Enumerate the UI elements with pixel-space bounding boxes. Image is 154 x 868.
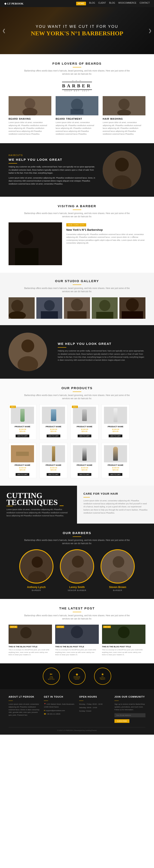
service2-text: Lorem ipsum dolor sit amet, consectetur … (56, 121, 98, 136)
barber2-name: Lenny Smith (60, 586, 94, 589)
nav-home[interactable]: Home (76, 2, 86, 5)
techniques-title2: TECHNIQUES _ (6, 499, 70, 506)
latest-section: THE LATEST POST Barbershop offers world-… (0, 599, 154, 663)
footer-email-input[interactable] (115, 713, 146, 717)
svg-point-4 (71, 99, 83, 111)
gallery-item-3[interactable] (64, 297, 90, 319)
barber-2: Lenny Smith SENIOR BARBER (60, 549, 94, 591)
hero-prev-arrow[interactable]: ❮ (2, 28, 6, 33)
product8-price: $25.00 (104, 469, 127, 471)
product7-cart-btn[interactable]: Add to cart (78, 473, 91, 476)
latest-title: THE LATEST POST (8, 607, 146, 610)
svg-point-26 (99, 300, 111, 311)
post2-img: OCT 23 (55, 625, 99, 644)
service-beard-treatment: BEARD TREATMENT Lorem ipsum dolor sit am… (56, 96, 98, 136)
haircuts-title: WE HELP YOU LOOK GREAT (8, 158, 96, 161)
barber3-role: BARBER (100, 589, 135, 591)
footer-email: ✉ support@perooktest.com (44, 709, 75, 712)
product5-cart-btn[interactable]: Add to cart (16, 473, 29, 476)
product6-price: $25.00 (42, 469, 65, 471)
product3-cart-btn[interactable]: Add to cart (78, 435, 91, 437)
product3-name: PRODUCT NAME (73, 426, 96, 428)
post1-text: This is a excerpt of a WordPress post, y… (8, 649, 52, 656)
nav-woo[interactable]: WooCommerce (118, 2, 136, 5)
post2-text: This is a excerpt of a WordPress post, y… (55, 649, 99, 656)
nav-blog2[interactable]: Blog (109, 2, 115, 5)
gallery-subtitle: Barbershop offers world-class men's hair… (24, 287, 130, 293)
gallery-item-1[interactable] (8, 297, 35, 319)
subscribe-button[interactable]: SUBSCRIBE (115, 719, 129, 723)
svg-point-29 (126, 299, 139, 311)
logo[interactable]: ◆ LT PEROOK (4, 2, 24, 5)
product4-name: PRODUCT NAME (104, 426, 127, 428)
help-text: Helping any customer we prefer really, c… (58, 349, 146, 362)
gallery-item-2[interactable] (36, 297, 62, 319)
footer-touch: GET IN TOUCH 📍 1101 Market Street, Suite… (44, 695, 75, 723)
nav-client[interactable]: Client (98, 2, 106, 5)
latest-subtitle: Barbershop offers world-class men's hair… (24, 614, 130, 620)
hero-next-arrow[interactable]: ❯ (148, 28, 152, 33)
stamp-2: ◈ PEROOK BARBER SHOP (68, 668, 86, 685)
post-1: OCT 23 THIS IS THE BLOG POST TITLE This … (8, 625, 52, 656)
post3-title: THIS IS THE BLOG POST TITLE (102, 646, 146, 648)
visiting-shop-name: New York's N°1 Barbershop (66, 228, 146, 231)
footer-address: 📍 1101 Market Street, Suite Boulevard, 1… (44, 703, 75, 709)
hair-washing-img (103, 96, 146, 115)
footer-about: ABOUT LT PEROOK Lorem ipsum dolor sit am… (8, 695, 39, 723)
product3-price: $25.00 (73, 430, 96, 432)
post-2: OCT 23 THIS IS THE BLOG POST TITLE This … (55, 625, 99, 656)
gallery-item-5[interactable] (119, 297, 146, 319)
product1-cart-btn[interactable]: Add to cart (16, 435, 29, 437)
product8-cart-btn[interactable]: Add to cart (109, 473, 122, 476)
product6-cart-btn[interactable]: Add to cart (47, 473, 60, 476)
product2-name: PRODUCT NAME (42, 426, 65, 428)
nav-contact[interactable]: Contact (140, 2, 150, 5)
footer-about-title: ABOUT LT PEROOK (8, 695, 39, 698)
footer-community-text: Sign up to receive email for BarberShop … (115, 703, 146, 711)
product-3: SALE PRODUCT NAME ★★★★★ $25.00 Add to ca… (70, 404, 98, 440)
svg-point-38 (72, 556, 84, 568)
product1-price: $25.00 (11, 430, 34, 432)
gallery-divider (73, 284, 81, 285)
beard-treatment-img (56, 96, 98, 115)
footer-hours: OPEN HOURS Monday - Friday: 09:00 - 18:0… (79, 695, 110, 723)
product-4: PRODUCT NAME ★★★★★ $25.00 Add to cart (101, 404, 129, 440)
footer-phone: ☎ +39 391 21 23535 (44, 713, 75, 716)
product4-stars: ★★★★★ (104, 428, 127, 430)
product-5: PRODUCT NAME ★★★★★ $25.00 Add to cart (8, 443, 36, 478)
footer-touch-title: GET IN TOUCH (44, 695, 75, 698)
svg-point-7 (119, 99, 130, 110)
barber1-role: BARBER (19, 589, 54, 591)
product1-stars: ★★★★★ (11, 428, 34, 430)
product5-stars: ★★★★★ (11, 467, 34, 469)
footer-community-title: JOIN OUR COMMUNITY (115, 695, 146, 698)
barber1-img (19, 549, 54, 584)
barber-1: Anthony Lynch BARBER (19, 549, 54, 591)
footer-hours-title: OPEN HOURS (79, 695, 110, 698)
beard-shaving-img (8, 96, 51, 115)
haircuts-divider (8, 163, 17, 163)
product3-stars: ★★★★★ (73, 428, 96, 430)
footer: ABOUT LT PEROOK Lorem ipsum dolor sit am… (0, 689, 154, 735)
footer-hours-0: Monday - Friday: 09:00 - 18:00 (79, 703, 110, 706)
haircuts-circle-img (103, 151, 141, 189)
email-icon: ✉ (44, 710, 45, 712)
nav-links: Home Blog Client Blog WooCommerce Contac… (76, 2, 150, 5)
post3-date: OCT 23 (103, 626, 111, 628)
nav-blog[interactable]: Blog (89, 2, 95, 5)
map-icon: 📍 (44, 703, 46, 705)
post1-img: OCT 23 (8, 625, 52, 644)
techniques-text: Lorem ipsum dolor sit amet, consectetur … (6, 508, 70, 517)
help-section: WE HELP YOU LOOK GREAT Helping any custo… (0, 325, 154, 379)
gallery-item-4[interactable] (92, 297, 118, 319)
care-title: CARE FOR YOUR HAIR (84, 492, 148, 495)
product4-img (104, 407, 127, 424)
barbers-title: OUR BARBERS (8, 531, 146, 535)
barber1-name: Anthony Lynch (19, 586, 54, 589)
barbers-subtitle: Barbershop offers world-class men's hair… (24, 538, 130, 545)
barber-3: Steven Brown BARBER (100, 549, 135, 591)
product4-cart-btn[interactable]: Add to cart (109, 435, 122, 437)
product-2: PRODUCT NAME ★★★★★ $25.00 Add to cart (39, 404, 67, 440)
barber2-role: SENIOR BARBER (60, 589, 94, 591)
product2-cart-btn[interactable]: Add to cart (47, 435, 60, 437)
